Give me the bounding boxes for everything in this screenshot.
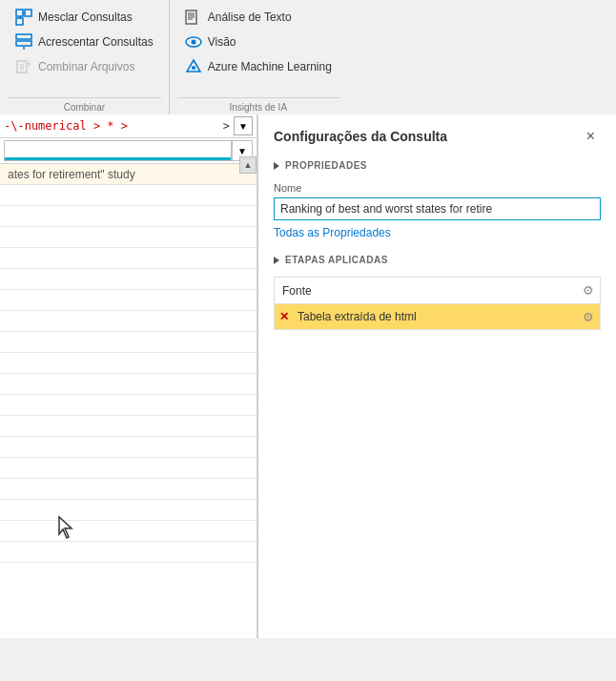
query-settings-panel: Configurações da Consulta × PROPRIEDADES… xyxy=(257,114,616,638)
left-panel: -\-numerical > * > > ▼ ▼ ▲ ates for reti… xyxy=(0,114,257,638)
visao-icon xyxy=(185,33,202,51)
list-item xyxy=(0,185,257,206)
step-tabela-extraida[interactable]: ✕ Tabela extraída de html ⚙ xyxy=(274,303,601,330)
list-item xyxy=(0,353,257,374)
combinar-group-label: Combinar xyxy=(8,97,161,114)
query-name-input[interactable] xyxy=(274,197,601,220)
acrescentar-label: Acrescentar Consultas xyxy=(38,35,154,49)
step-fonte-label: Fonte xyxy=(275,284,577,298)
list-item xyxy=(0,458,257,479)
svg-rect-1 xyxy=(25,10,31,16)
mesclar-label: Mesclar Consultas xyxy=(38,10,133,24)
step-tabela-gear-icon[interactable]: ⚙ xyxy=(577,310,600,324)
chevron-down-icon: ▼ xyxy=(238,121,248,132)
combinar-arquivos-label: Combinar Arquivos xyxy=(38,60,134,73)
formula-text: -\-numerical > * > xyxy=(4,119,219,133)
mesclar-icon xyxy=(15,9,32,26)
main-area: -\-numerical > * > > ▼ ▼ ▲ ates for reti… xyxy=(0,114,616,638)
collapse-triangle-icon xyxy=(274,162,279,170)
properties-section-header: PROPRIEDADES xyxy=(258,155,616,176)
visao-button[interactable]: Visão xyxy=(177,31,339,53)
acrescentar-icon xyxy=(15,33,32,51)
toolbar: Mesclar Consultas Acrescentar Consultas xyxy=(0,0,616,114)
formula-arrow: > xyxy=(223,119,230,133)
analise-icon xyxy=(185,9,202,26)
list-item xyxy=(0,227,257,248)
properties-area: Nome Todas as Propriedades xyxy=(258,176,616,249)
formula-dropdown[interactable]: ▼ xyxy=(234,116,253,135)
azure-label: Azure Machine Learning xyxy=(208,60,332,73)
combinar-arquivos-button: Combinar Arquivos xyxy=(8,55,161,78)
azure-ml-button[interactable]: Azure Machine Learning xyxy=(177,55,339,78)
step-fonte-gear-icon[interactable]: ⚙ xyxy=(577,283,600,298)
list-item xyxy=(0,269,257,290)
data-row-highlighted: ates for retirement" study xyxy=(0,164,257,185)
analise-texto-button[interactable]: Análise de Texto xyxy=(177,6,339,29)
list-item xyxy=(0,521,257,542)
list-item xyxy=(0,248,257,269)
scroll-up-button[interactable]: ▲ xyxy=(239,156,257,174)
svg-rect-2 xyxy=(16,18,23,25)
azure-icon xyxy=(185,58,202,75)
list-item xyxy=(0,437,257,458)
list-item xyxy=(0,500,257,521)
svg-rect-0 xyxy=(16,10,23,16)
panel-header: Configurações da Consulta × xyxy=(258,114,616,155)
applied-steps-label: ETAPAS APLICADAS xyxy=(285,255,388,265)
insights-buttons: Análise de Texto Visão A xyxy=(177,0,339,97)
combinar-buttons: Mesclar Consultas Acrescentar Consultas xyxy=(8,0,161,97)
svg-point-20 xyxy=(191,40,195,45)
properties-section-label: PROPRIEDADES xyxy=(285,160,367,171)
visao-label: Visão xyxy=(208,35,236,49)
steps-area: Fonte ⚙ ✕ Tabela extraída de html ⚙ xyxy=(258,271,616,638)
scroll-up-icon: ▲ xyxy=(244,160,253,170)
list-item xyxy=(0,395,257,416)
svg-rect-6 xyxy=(16,41,31,46)
column-dropdown[interactable] xyxy=(4,140,232,161)
all-properties-link[interactable]: Todas as Propriedades xyxy=(274,226,391,239)
collapse-triangle-steps-icon xyxy=(274,257,279,264)
list-item xyxy=(0,311,257,332)
data-rows: ates for retirement" study xyxy=(0,164,257,563)
close-panel-button[interactable]: × xyxy=(581,126,601,147)
analise-label: Análise de Texto xyxy=(208,10,292,24)
list-item xyxy=(0,479,257,500)
formula-bar: -\-numerical > * > > ▼ xyxy=(0,114,257,138)
list-item xyxy=(0,542,257,563)
applied-steps-section-header: ETAPAS APLICADAS xyxy=(258,249,616,271)
list-item xyxy=(0,290,257,311)
step-fonte: Fonte ⚙ xyxy=(274,277,601,303)
insights-section: Análise de Texto Visão A xyxy=(170,0,347,114)
svg-rect-5 xyxy=(16,34,31,39)
name-field-label: Nome xyxy=(274,182,601,194)
step-delete-icon[interactable]: ✕ xyxy=(275,310,294,323)
insights-group-label: Insights de IA xyxy=(177,97,339,114)
combinar-icon xyxy=(15,58,32,75)
column-selector-row: ▼ xyxy=(0,138,257,164)
mesclar-consultas-button[interactable]: Mesclar Consultas xyxy=(8,6,161,29)
svg-point-22 xyxy=(192,66,195,70)
step-tabela-label: Tabela extraída de html xyxy=(294,310,577,323)
list-item xyxy=(0,374,257,395)
row-text: ates for retirement" study xyxy=(8,168,135,181)
combinar-section: Mesclar Consultas Acrescentar Consultas xyxy=(0,0,170,114)
acrescentar-consultas-button[interactable]: Acrescentar Consultas xyxy=(8,31,161,53)
list-item xyxy=(0,332,257,353)
list-item xyxy=(0,416,257,437)
panel-title: Configurações da Consulta xyxy=(274,129,447,144)
svg-rect-8 xyxy=(17,61,27,72)
list-item xyxy=(0,206,257,227)
